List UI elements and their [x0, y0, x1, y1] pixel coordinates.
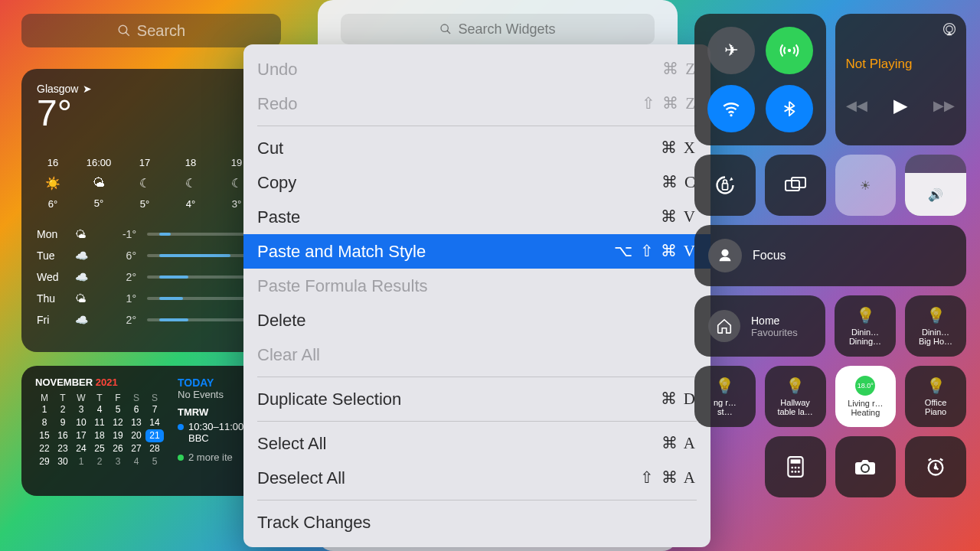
camera-icon [854, 458, 877, 476]
airplane-icon: ✈ [724, 41, 738, 60]
svg-point-16 [798, 467, 800, 469]
menu-item-cut[interactable]: Cut⌘ X [243, 131, 710, 165]
search-widgets-input[interactable]: Search Widgets [341, 14, 655, 44]
svg-rect-8 [722, 184, 727, 190]
thermostat-icon: 18.0° [855, 376, 875, 396]
home-accessory-heating[interactable]: 18.0°Living r…Heating [835, 366, 897, 427]
home-accessory-dining-2[interactable]: 💡Dinin…Big Ho… [905, 295, 966, 357]
menu-item-select-all[interactable]: Select All⌘ A [243, 426, 710, 461]
daily-forecast-row: Tue☁️6° [37, 245, 266, 266]
menu-item-clear-all: Clear All [243, 337, 710, 372]
menu-item-paste-formula-results: Paste Formula Results [243, 269, 710, 303]
hourly-forecast-item: 18☾4° [175, 157, 207, 210]
search-icon [439, 23, 452, 35]
home-icon [708, 310, 740, 342]
edit-context-menu: Undo⌘ ZRedo⇧ ⌘ ZCut⌘ XCopy⌘ CPaste⌘ VPas… [243, 44, 710, 547]
location-arrow-icon: ➤ [83, 83, 92, 95]
bluetooth-toggle[interactable] [766, 85, 813, 132]
svg-point-15 [794, 467, 796, 469]
weather-widget[interactable]: Glasgow ➤ 7° 16☀️6°16:00🌤5°17☾5°18☾4°19☾… [21, 69, 281, 352]
svg-point-14 [791, 467, 793, 469]
search-icon [117, 24, 131, 37]
home-tile[interactable]: HomeFavourites [694, 295, 825, 357]
now-playing-title: Not Playing [846, 57, 956, 72]
forward-button[interactable]: ▶▶ [933, 97, 955, 114]
rotation-lock-icon [714, 174, 736, 196]
menu-item-paste-and-match-style[interactable]: Paste and Match Style⌥ ⇧ ⌘ V [243, 234, 710, 269]
search-widgets-placeholder: Search Widgets [458, 21, 555, 37]
menu-item-delete[interactable]: Delete [243, 303, 710, 337]
calculator-button[interactable] [765, 436, 826, 497]
home-accessory-office[interactable]: 💡OfficePiano [905, 366, 966, 427]
svg-point-4 [788, 49, 791, 52]
home-accessory-3[interactable]: 💡ng r…st… [694, 366, 756, 427]
svg-point-0 [119, 25, 127, 34]
svg-point-11 [721, 249, 728, 256]
antenna-icon [779, 41, 799, 60]
orientation-lock-button[interactable] [694, 155, 756, 216]
control-center: ✈ Not Playing ◀◀ ▶ ▶▶ ☀ 🔊 Focus [694, 14, 966, 497]
calculator-icon [786, 455, 805, 478]
menu-item-redo: Redo⇧ ⌘ Z [243, 86, 710, 121]
menu-separator [257, 126, 697, 126]
hourly-forecast-item: 16☀️6° [37, 157, 69, 210]
svg-point-2 [441, 24, 448, 31]
focus-icon [708, 239, 742, 272]
alarm-button[interactable] [905, 436, 966, 497]
wifi-icon [721, 99, 741, 119]
svg-rect-13 [790, 459, 800, 463]
svg-point-7 [946, 26, 952, 32]
airplane-mode-toggle[interactable]: ✈ [707, 27, 755, 74]
lightbulb-icon: 💡 [926, 377, 946, 395]
airplay-icon [942, 21, 957, 37]
volume-slider[interactable]: 🔊 [905, 155, 966, 216]
bluetooth-icon [781, 99, 798, 119]
menu-item-track-changes[interactable]: Track Changes [243, 505, 710, 540]
svg-line-1 [126, 32, 129, 36]
wifi-toggle[interactable] [707, 85, 755, 132]
alarm-clock-icon [925, 456, 946, 478]
menu-separator [257, 421, 697, 422]
daily-forecast-row: Mon🌤-1° [37, 223, 266, 245]
lightbulb-icon: 💡 [786, 377, 805, 395]
menu-item-duplicate-selection[interactable]: Duplicate Selection⌘ D [243, 382, 710, 416]
menu-item-undo: Undo⌘ Z [243, 52, 710, 86]
brightness-slider[interactable]: ☀ [835, 155, 897, 216]
spotlight-search[interactable]: Search [21, 14, 281, 47]
lightbulb-icon: 💡 [926, 306, 946, 324]
svg-point-19 [798, 471, 800, 473]
svg-point-17 [791, 471, 793, 473]
svg-line-3 [447, 31, 450, 34]
menu-item-copy[interactable]: Copy⌘ C [243, 165, 710, 200]
weather-current-temp: 7° [37, 92, 266, 134]
daily-forecast-row: Fri☁️2° [37, 309, 266, 331]
brightness-icon: ☀ [860, 178, 871, 193]
now-playing-tile[interactable]: Not Playing ◀◀ ▶ ▶▶ [835, 14, 967, 145]
home-accessory-hallway[interactable]: 💡Hallwaytable la… [765, 366, 826, 427]
menu-separator [257, 377, 697, 377]
lightbulb-icon: 💡 [856, 306, 875, 324]
play-button[interactable]: ▶ [893, 95, 907, 116]
connectivity-toggles: ✈ [694, 14, 826, 145]
svg-point-5 [730, 114, 732, 116]
menu-item-deselect-all[interactable]: Deselect All⇧ ⌘ A [243, 461, 710, 495]
svg-point-18 [794, 471, 796, 473]
home-accessory-dining-1[interactable]: 💡Dinin…Dining… [835, 295, 896, 357]
menu-item-paste[interactable]: Paste⌘ V [243, 200, 710, 234]
hourly-forecast-item: 17☾5° [129, 157, 161, 210]
airdrop-toggle[interactable] [766, 27, 813, 74]
daily-forecast-row: Thu🌤1° [37, 288, 266, 309]
rewind-button[interactable]: ◀◀ [846, 97, 867, 114]
screen-mirroring-button[interactable] [765, 155, 826, 216]
spotlight-placeholder: Search [137, 22, 185, 40]
menu-separator [257, 500, 697, 500]
focus-button[interactable]: Focus [694, 225, 966, 286]
hourly-forecast-item: 16:00🌤5° [83, 157, 115, 210]
daily-forecast-row: Wed☁️2° [37, 266, 266, 288]
focus-label: Focus [753, 249, 786, 262]
camera-button[interactable] [835, 436, 897, 497]
lightbulb-icon: 💡 [715, 377, 734, 395]
screens-icon [784, 175, 807, 195]
speaker-icon: 🔊 [928, 187, 943, 202]
calendar-widget[interactable]: NOVEMBER 2021 MTWTFSS 123456789101112131… [21, 366, 281, 496]
